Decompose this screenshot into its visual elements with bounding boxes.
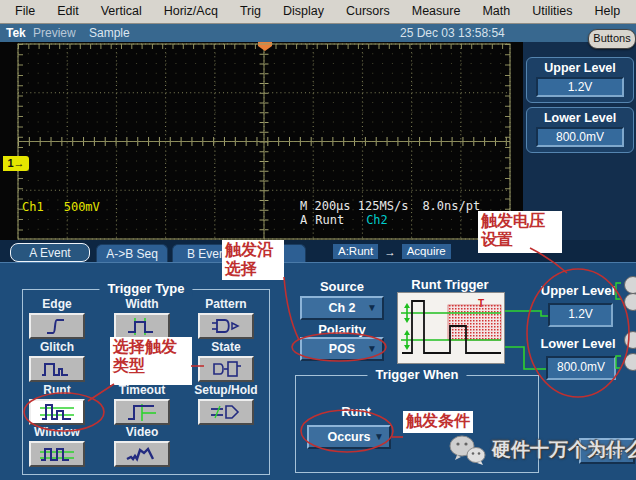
upper-level-readout[interactable]: 1.2V [536,77,624,97]
menu-edit[interactable]: Edit [46,0,90,23]
flow-arrow-icon: → [384,246,396,258]
trigger-type-readout: Runt [315,213,344,227]
wechat-icon [448,434,486,466]
chevron-down-icon: ▼ [367,343,377,354]
trigger-when-title: Trigger When [367,367,466,382]
tek-logo: Tek [6,26,26,40]
trigger-flow-indicator: A:Runt → Acquire [333,244,451,259]
trigger-readout: ARuntCh2 [300,213,388,227]
menu-horiz-acq[interactable]: Horiz/Acq [153,0,229,23]
trigger-type-edge: Edge [24,298,90,339]
video-trigger-button[interactable] [114,441,170,467]
video-waveform-icon [122,444,162,464]
ch1-label: Ch1 [22,200,44,214]
upper-level-group: Upper Level 1.2V [526,57,634,103]
setup-hold-icon [206,402,246,422]
watermark-text: 硬件十万个为什么 [492,437,636,463]
menu-bar: File Edit Vertical Horiz/Acq Trig Displa… [0,0,636,24]
state-trigger-button[interactable] [198,356,254,382]
glitch-waveform-icon [37,359,77,379]
window-trigger-button[interactable] [29,441,85,467]
upper-level-control-label: Upper Level [538,283,618,298]
timebase-readout: M 200µs 125MS/s8.0ns/pt [300,199,480,213]
pattern-gate-icon [206,316,246,336]
width-trigger-button[interactable] [114,313,170,339]
lower-level-control-value[interactable]: 800.0mV [546,356,616,380]
trigger-when-select[interactable]: Occurs ▼ [307,425,391,449]
trigger-type-pattern: Pattern [193,298,259,339]
upper-knob-b-icon[interactable] [624,293,636,311]
lower-knob-b-icon[interactable] [624,353,636,371]
lower-level-readout[interactable]: 800.0mV [536,127,624,147]
glitch-trigger-button[interactable] [29,356,85,382]
voltage-setup-annotation: 触发电压 设置 [478,211,562,253]
edge-trigger-button[interactable] [29,313,85,339]
chevron-down-icon: ▼ [367,302,377,313]
edge-select-annotation: 触发沿 选择 [222,240,284,280]
type-select-annotation: 选择触发 类型 [110,337,192,385]
trigger-type-window: Window [24,426,90,467]
timeout-trigger-button[interactable] [114,399,170,425]
state-gate-icon [206,359,246,379]
tab-a-b-seq[interactable]: A->B Seq [96,244,168,262]
chevron-down-icon: ▼ [374,431,384,442]
watermark: 硬件十万个为什么 [448,434,636,466]
flow-from-chip: A:Runt [333,244,378,259]
channel1-readout: Ch1500mV [22,200,100,214]
menu-help[interactable]: Help [583,0,631,23]
acquisition-mode-label: Preview [33,26,76,40]
oscilloscope-ui: File Edit Vertical Horiz/Acq Trig Displa… [0,0,636,480]
lower-knob-a-icon[interactable] [624,331,636,349]
menu-file[interactable]: File [4,0,46,23]
trigger-type-video: Video [109,426,175,467]
menu-math[interactable]: Math [471,0,521,23]
runt-waveform-icon [37,402,77,422]
setup-hold-trigger-button[interactable] [198,399,254,425]
trigger-type-setup-hold: Setup/Hold [193,384,259,425]
condition-annotation: 触发条件 [403,411,473,433]
runt-diagram-graphic: T [398,293,504,363]
runt-trigger-button[interactable] [29,399,85,425]
trigger-type-state: State [193,341,259,382]
source-select[interactable]: Ch 2 ▼ [300,296,384,320]
polarity-label: Polarity [296,322,388,337]
menu-measure[interactable]: Measure [401,0,472,23]
timeout-waveform-icon [122,402,162,422]
pattern-trigger-button[interactable] [198,313,254,339]
menu-trig[interactable]: Trig [229,0,272,23]
runt-trigger-title: Runt Trigger [390,277,510,292]
upper-level-control-value[interactable]: 1.2V [548,303,613,327]
lower-level-control-label: Lower Level [536,336,620,351]
runt-trigger-diagram: T [397,292,505,364]
datetime-label: 25 Dec 03 13:58:54 [400,26,505,40]
status-bar: Tek Preview Sample 25 Dec 03 13:58:54 [0,24,636,42]
trigger-type-runt: Runt [24,384,90,425]
timebase-value: M 200µs 125MS/s [300,199,408,213]
trigger-type-timeout: Timeout [109,384,175,425]
menu-cursors[interactable]: Cursors [335,0,401,23]
menu-display[interactable]: Display [272,0,335,23]
upper-knob-a-icon[interactable] [624,276,636,294]
menu-vertical[interactable]: Vertical [90,0,153,23]
trigger-type-glitch: Glitch [24,341,90,382]
window-waveform-icon [37,444,77,464]
buttons-button[interactable]: Buttons [588,29,636,49]
sample-mode-label: Sample [89,26,130,40]
upper-level-label: Upper Level [527,61,633,75]
waveform-display: 1→ Ch1500mV M 200µs 125MS/s8.0ns/pt ARun… [0,42,523,240]
trigger-type-title: Trigger Type [99,281,192,296]
channel1-ground-marker[interactable]: 1→ [3,156,29,171]
tab-a-event[interactable]: A Event [10,243,90,262]
trigger-prefix: A [300,213,307,227]
resolution-value: 8.0ns/pt [422,199,480,213]
edge-waveform-icon [37,316,77,336]
runt-condition-label: Runt [312,404,400,419]
width-waveform-icon [122,316,162,336]
lower-level-group: Lower Level 800.0mV [526,107,634,153]
menu-utilities[interactable]: Utilities [521,0,583,23]
trigger-type-width: Width [109,298,175,339]
polarity-select[interactable]: POS ▼ [300,337,384,361]
ch1-scale: 500mV [64,200,100,214]
trigger-point-marker: T [478,298,484,309]
trigger-position-marker-icon[interactable] [258,42,272,51]
